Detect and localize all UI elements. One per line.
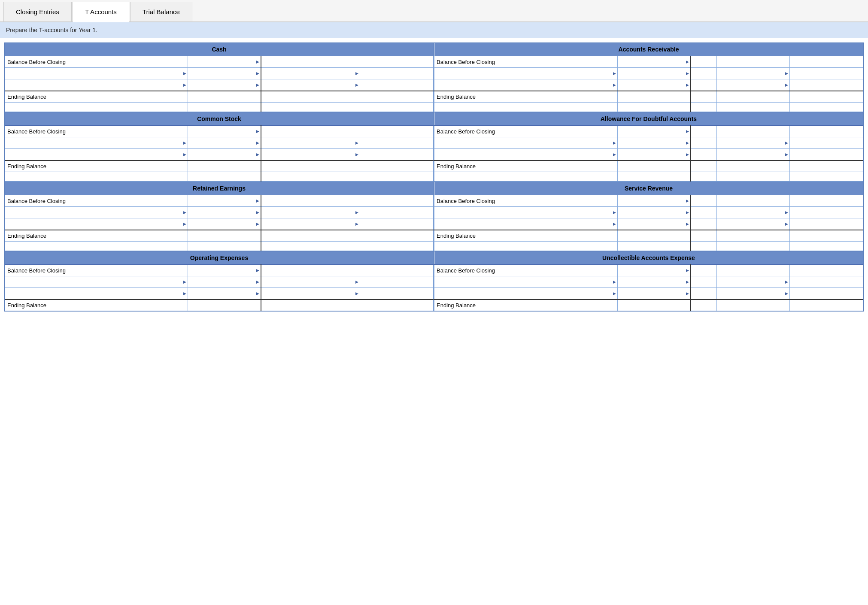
credit-input[interactable] xyxy=(716,160,790,172)
credit-input[interactable] xyxy=(716,265,790,276)
credit-input[interactable] xyxy=(360,195,434,207)
credit-input[interactable] xyxy=(360,149,434,160)
debit-input[interactable] xyxy=(617,160,691,172)
credit-input[interactable] xyxy=(790,276,863,288)
t-account-header: Operating Expenses xyxy=(5,251,434,265)
debit-arrow-cell xyxy=(5,276,188,288)
credit-input[interactable] xyxy=(287,56,360,68)
credit-input[interactable] xyxy=(790,230,863,242)
ending-balance-label: Ending Balance xyxy=(5,91,188,103)
debit-input[interactable] xyxy=(188,149,261,160)
debit-arrow-cell xyxy=(617,126,691,137)
debit-input[interactable] xyxy=(617,79,691,91)
credit-input[interactable] xyxy=(287,265,360,276)
credit-input[interactable] xyxy=(360,230,434,242)
debit-input[interactable] xyxy=(188,137,261,149)
credit-input[interactable] xyxy=(287,230,360,242)
center-divider xyxy=(261,276,287,288)
t-account-header: Uncollectible Accounts Expense xyxy=(434,251,863,265)
credit-input[interactable] xyxy=(360,126,434,137)
credit-input[interactable] xyxy=(360,68,434,79)
credit-input[interactable] xyxy=(790,288,863,299)
center-divider xyxy=(261,91,287,103)
credit-input[interactable] xyxy=(716,299,790,311)
credit-arrow-cell xyxy=(716,137,790,149)
center-divider xyxy=(691,68,716,79)
right-account: Accounts ReceivableBalance Before Closin… xyxy=(434,43,863,112)
tab-t-accounts[interactable]: T Accounts xyxy=(73,2,129,22)
credit-input[interactable] xyxy=(360,299,434,311)
credit-input[interactable] xyxy=(287,160,360,172)
debit-input[interactable] xyxy=(188,218,261,230)
center-divider xyxy=(261,218,287,230)
credit-input[interactable] xyxy=(790,126,863,137)
blank-cell xyxy=(188,242,261,251)
debit-input[interactable] xyxy=(617,91,691,103)
debit-input[interactable] xyxy=(617,276,691,288)
credit-input[interactable] xyxy=(790,149,863,160)
credit-input[interactable] xyxy=(360,91,434,103)
ending-balance-label: Ending Balance xyxy=(434,160,618,172)
debit-input[interactable] xyxy=(617,149,691,160)
credit-input[interactable] xyxy=(360,288,434,299)
credit-input[interactable] xyxy=(790,56,863,68)
credit-input[interactable] xyxy=(360,265,434,276)
debit-input[interactable] xyxy=(617,68,691,79)
credit-input[interactable] xyxy=(360,160,434,172)
debit-input[interactable] xyxy=(188,299,261,311)
tab-closing-entries[interactable]: Closing Entries xyxy=(3,2,72,21)
debit-input[interactable] xyxy=(617,218,691,230)
credit-input[interactable] xyxy=(790,79,863,91)
tab-trial-balance[interactable]: Trial Balance xyxy=(130,2,192,21)
credit-input[interactable] xyxy=(716,126,790,137)
credit-input[interactable] xyxy=(360,137,434,149)
credit-input[interactable] xyxy=(360,218,434,230)
credit-input[interactable] xyxy=(360,79,434,91)
debit-input[interactable] xyxy=(617,299,691,311)
credit-input[interactable] xyxy=(287,299,360,311)
account-row-pair: CashBalance Before ClosingEnding Balance… xyxy=(5,43,863,112)
debit-input[interactable] xyxy=(188,79,261,91)
credit-input[interactable] xyxy=(790,137,863,149)
ending-balance-label: Ending Balance xyxy=(434,91,618,103)
debit-input[interactable] xyxy=(188,160,261,172)
debit-input[interactable] xyxy=(188,288,261,299)
blank-cell xyxy=(188,172,261,182)
debit-input[interactable] xyxy=(188,276,261,288)
debit-arrow-cell xyxy=(434,288,618,299)
center-divider xyxy=(691,79,716,91)
debit-input[interactable] xyxy=(188,68,261,79)
debit-input[interactable] xyxy=(617,137,691,149)
credit-input[interactable] xyxy=(790,299,863,311)
debit-input[interactable] xyxy=(617,230,691,242)
credit-input[interactable] xyxy=(287,126,360,137)
credit-input[interactable] xyxy=(790,160,863,172)
credit-input[interactable] xyxy=(790,68,863,79)
debit-input[interactable] xyxy=(188,230,261,242)
credit-input[interactable] xyxy=(716,230,790,242)
credit-input[interactable] xyxy=(790,91,863,103)
credit-input[interactable] xyxy=(360,56,434,68)
ending-balance-label: Ending Balance xyxy=(434,230,618,242)
blank-cell xyxy=(434,172,618,182)
center-divider xyxy=(691,56,716,68)
debit-input[interactable] xyxy=(617,207,691,218)
debit-arrow-cell xyxy=(434,149,618,160)
center-divider xyxy=(261,195,287,207)
debit-input[interactable] xyxy=(188,91,261,103)
credit-input[interactable] xyxy=(716,195,790,207)
debit-input[interactable] xyxy=(188,207,261,218)
credit-input[interactable] xyxy=(716,56,790,68)
credit-input[interactable] xyxy=(287,195,360,207)
credit-input[interactable] xyxy=(360,207,434,218)
credit-input[interactable] xyxy=(360,276,434,288)
credit-input[interactable] xyxy=(716,91,790,103)
credit-input[interactable] xyxy=(790,195,863,207)
credit-input[interactable] xyxy=(790,265,863,276)
credit-input[interactable] xyxy=(790,207,863,218)
debit-arrow-cell xyxy=(188,265,261,276)
credit-input[interactable] xyxy=(790,218,863,230)
debit-arrow-cell xyxy=(434,218,618,230)
debit-input[interactable] xyxy=(617,288,691,299)
credit-input[interactable] xyxy=(287,91,360,103)
